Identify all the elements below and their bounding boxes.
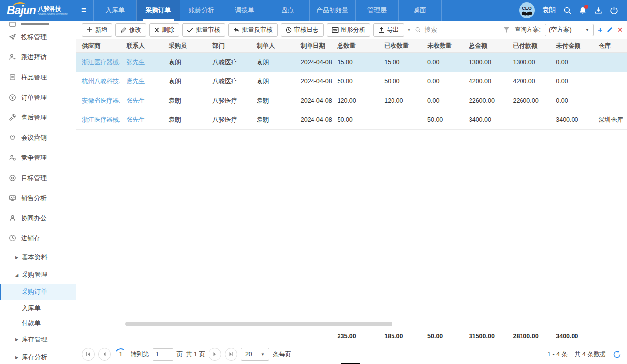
sidebar-item-orders[interactable]: 订单管理 [0, 87, 76, 107]
column-header-department[interactable]: 部门 [207, 39, 251, 52]
cell-supplier[interactable]: 安徽省医疗器... [76, 91, 121, 110]
add-query-plan-icon[interactable]: + [598, 26, 602, 34]
summary-row: 235.00 185.00 50.00 31500.00 28100.00 34… [76, 328, 627, 344]
page-size-select[interactable]: 20 ▼ [241, 348, 269, 361]
chart-analysis-button[interactable]: 图形分析 [327, 23, 370, 37]
power-logout-icon[interactable] [610, 6, 618, 15]
column-header-contact[interactable]: 联系人 [121, 39, 163, 52]
cell-paid-amount: 1300.00 [507, 53, 550, 72]
sidebar-item-bidding[interactable]: 投标管理 [0, 27, 76, 47]
query-plan-select[interactable]: (空方案) ▼ [545, 24, 594, 36]
header-tab[interactable]: 采购订单 [136, 0, 180, 21]
sidebar-item-inbound-order[interactable]: 入库单 [0, 300, 76, 315]
table-row[interactable]: 浙江医疗器械... 张先生 袁朗 八骏医疗 袁朗 2024-04-08 50.0… [76, 110, 627, 130]
cell-date: 2024-04-08 [295, 91, 332, 110]
cell-paid-amount: 4200.00 [507, 72, 550, 91]
column-header-unpaid-amount[interactable]: 未付金额 [550, 39, 593, 52]
search-box[interactable] [415, 24, 499, 36]
header-tab[interactable]: 管理层 [355, 0, 398, 21]
delete-button[interactable]: 删除 [149, 23, 179, 37]
record-total: 共 4 条数据 [575, 350, 606, 359]
cell-total-amount: 22600.00 [463, 91, 507, 110]
search-icon[interactable] [563, 6, 572, 15]
column-header-warehouse[interactable]: 仓库 [593, 39, 627, 52]
horizontal-scrollbar [76, 321, 627, 328]
cell-contact[interactable]: 张先生 [121, 53, 163, 72]
column-header-date[interactable]: 制单日期 [295, 39, 332, 52]
export-button[interactable]: 导出 [373, 23, 404, 37]
refresh-icon[interactable] [613, 350, 621, 359]
table-row[interactable]: 杭州八骏科技... 唐先生 袁朗 八骏医疗 袁朗 2024-04-08 50.0… [76, 72, 627, 91]
sidebar-group-purchase-mgmt[interactable]: ◢ 采购管理 [0, 266, 76, 284]
header-tabs: 入库单 采购订单 账龄分析 调拨单 盘点 产品初始量 管理层 桌面 [93, 0, 442, 21]
horizontal-scrollbar-thumb[interactable] [125, 322, 392, 326]
column-header-total-amount[interactable]: 总金额 [463, 39, 507, 52]
header-tab[interactable]: 调拨单 [223, 0, 266, 21]
cell-buyer: 袁朗 [162, 72, 207, 91]
column-header-unreceived-qty[interactable]: 未收数量 [421, 39, 463, 52]
cell-contact[interactable]: 唐先生 [121, 72, 163, 91]
cell-paid-amount [507, 110, 550, 129]
cell-department: 八骏医疗 [207, 53, 251, 72]
column-header-maker[interactable]: 制单人 [251, 39, 295, 52]
search-options-caret-icon[interactable]: ▼ [407, 28, 411, 32]
current-page-indicator[interactable]: 1 [114, 348, 127, 361]
sidebar-item-inventory[interactable]: 进销存 [0, 228, 76, 248]
search-input[interactable] [424, 26, 488, 33]
first-page-button[interactable] [82, 348, 95, 361]
last-page-button[interactable] [225, 348, 237, 361]
cell-supplier[interactable]: 杭州八骏科技... [76, 72, 121, 91]
header-tab[interactable]: 桌面 [398, 0, 442, 21]
cell-received-qty: 50.00 [378, 72, 421, 91]
sidebar-item-sales-analysis[interactable]: 销售分析 [0, 188, 76, 208]
summary-unpaid-amount: 3400.00 [550, 333, 593, 339]
cell-maker: 袁朗 [251, 53, 295, 72]
sidebar-item-samples[interactable]: 样品管理 [0, 67, 76, 87]
cell-supplier[interactable]: 浙江医疗器械... [76, 53, 121, 72]
column-header-supplier[interactable]: 供应商 [76, 39, 121, 52]
filter-icon[interactable] [503, 26, 510, 33]
header-tab[interactable]: 产品初始量 [309, 0, 355, 21]
edit-button[interactable]: 修改 [115, 23, 146, 37]
sidebar-item-after-sales[interactable]: 售后管理 [0, 107, 76, 128]
table-row[interactable]: 安徽省医疗器... 张先生 袁朗 八骏医疗 袁朗 2024-04-08 120.… [76, 91, 627, 110]
sidebar-group-basic-data[interactable]: ▶ 基本资料 [0, 248, 76, 266]
sidebar-item-meeting-marketing[interactable]: 会议营销 [0, 128, 76, 148]
empty-area [76, 130, 627, 321]
audit-log-button[interactable]: 审核日志 [281, 23, 324, 37]
edit-query-plan-icon[interactable] [606, 26, 613, 33]
avatar[interactable]: CEO [519, 2, 535, 18]
prev-page-button[interactable] [98, 348, 111, 361]
cell-contact[interactable]: 张先生 [121, 110, 163, 129]
sidebar-group-stock-analysis[interactable]: ▶ 库存分析 [0, 348, 76, 364]
cell-warehouse [593, 91, 627, 110]
cell-warehouse [593, 53, 627, 72]
page-number-input[interactable] [153, 348, 173, 361]
download-icon[interactable] [594, 6, 602, 15]
header-tab[interactable]: 入库单 [93, 0, 136, 21]
cell-supplier[interactable]: 浙江医疗器械... [76, 110, 121, 129]
sidebar-item-goals[interactable]: 目标管理 [0, 168, 76, 188]
sidebar-group-stock-mgmt[interactable]: ▶ 库存管理 [0, 331, 76, 348]
sidebar-item-competition[interactable]: 竞争管理 [0, 148, 76, 168]
table-row[interactable]: 浙江医疗器械... 张先生 袁朗 八骏医疗 袁朗 2024-04-08 15.0… [76, 53, 627, 72]
column-header-paid-amount[interactable]: 已付款额 [507, 39, 550, 52]
column-header-buyer[interactable]: 采购员 [162, 39, 207, 52]
add-button[interactable]: 新增 [82, 23, 112, 37]
sidebar-item-payment-order[interactable]: 付款单 [0, 315, 76, 331]
sidebar-item-collaboration[interactable]: 协同办公 [0, 208, 76, 228]
header-tab[interactable]: 账龄分析 [180, 0, 223, 21]
delete-query-plan-icon[interactable]: ✕ [617, 26, 623, 34]
sidebar-item-follow-up[interactable]: 跟进拜访 [0, 47, 76, 67]
sidebar-item-purchase-order[interactable]: 采购订单 [0, 284, 76, 300]
column-header-received-qty[interactable]: 已收数量 [378, 39, 421, 52]
header-tab[interactable]: 盘点 [266, 0, 309, 21]
notification-bell-icon[interactable] [579, 6, 587, 15]
cell-contact[interactable]: 张先生 [121, 91, 163, 110]
sidebar-item-clipped[interactable] [0, 21, 76, 27]
column-header-total-qty[interactable]: 总数量 [332, 39, 379, 52]
batch-unapprove-button[interactable]: 批量反审核 [228, 23, 278, 37]
menu-toggle-icon[interactable]: ≡ [75, 0, 93, 21]
next-page-button[interactable] [209, 348, 221, 361]
batch-approve-button[interactable]: 批量审核 [182, 23, 225, 37]
